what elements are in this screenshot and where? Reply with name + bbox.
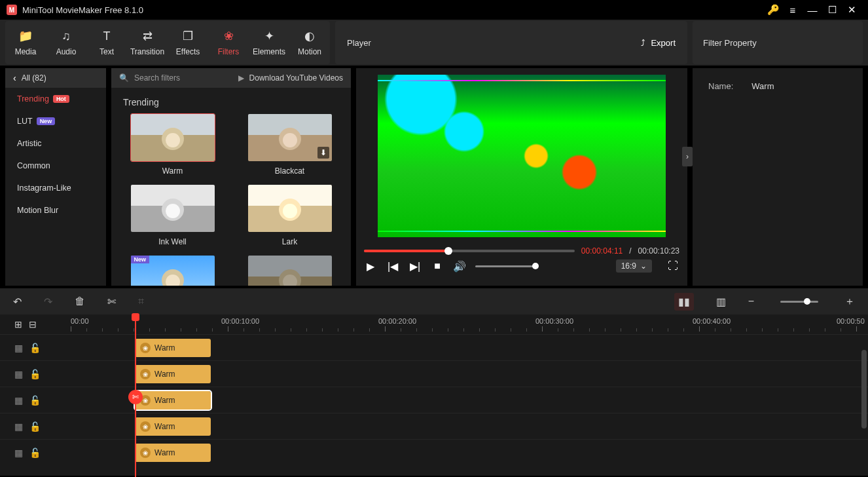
elements-icon: ✦ xyxy=(264,29,274,43)
track-head[interactable]: ▦🔓 xyxy=(0,439,59,465)
filter-thumb-item[interactable]: New xyxy=(123,256,222,286)
badge-hot: Hot xyxy=(53,95,69,103)
key-icon[interactable]: 🔑 xyxy=(763,4,783,16)
category-common[interactable]: Common xyxy=(5,155,106,177)
timeline-toolbar: ↶ ↷ 🗑 ✄ ⌗ ▮▮ ▥ − ＋ xyxy=(0,288,868,315)
download-youtube-link[interactable]: Download YouTube Videos xyxy=(249,73,343,83)
category-instagram-like[interactable]: Instagram-Like xyxy=(5,177,106,199)
export-button[interactable]: ⤴ Export xyxy=(641,38,676,48)
search-input[interactable]: Search filters xyxy=(134,73,180,83)
clip-warm[interactable]: ❀Warm xyxy=(135,339,211,357)
category-motion-blur[interactable]: Motion Blur xyxy=(5,199,106,221)
app-title: MiniTool MovieMaker Free 8.1.0 xyxy=(22,5,143,15)
panel-collapse-handle[interactable]: › xyxy=(682,147,693,166)
track-lane[interactable]: ❀Warm xyxy=(59,413,868,439)
remove-track-button[interactable]: ⊟ xyxy=(29,319,37,330)
audio-icon: ♫ xyxy=(62,29,71,43)
ruler-mark: 00:00 xyxy=(71,317,89,325)
tab-motion[interactable]: ◐Motion xyxy=(289,21,330,64)
filter-thumb-lark[interactable]: Lark xyxy=(240,185,339,246)
clip-warm[interactable]: ❀Warm xyxy=(135,417,211,436)
player-header: Player ⤴ Export xyxy=(335,21,687,64)
volume-slider[interactable] xyxy=(475,265,535,267)
tab-filters[interactable]: ❀Filters xyxy=(208,21,249,64)
vertical-scrollbar[interactable] xyxy=(861,350,867,429)
timeline-ruler[interactable]: 00:0000:00:10:0000:00:20:0000:00:30:0000… xyxy=(59,315,868,334)
tab-audio[interactable]: ♫Audio xyxy=(46,21,86,64)
track-head[interactable]: ▦🔓 xyxy=(0,387,59,413)
badge-new: New xyxy=(37,117,56,125)
lock-icon[interactable]: 🔓 xyxy=(29,395,41,406)
category-header-label: All (82) xyxy=(22,73,46,83)
tab-transition[interactable]: ⇄Transition xyxy=(127,21,168,64)
tab-effects[interactable]: ❐Effects xyxy=(168,21,208,64)
prev-frame-button[interactable]: |◀ xyxy=(386,260,399,273)
progress-bar[interactable]: 00:00:04:11 / 00:00:10:23 xyxy=(364,246,679,256)
track-head[interactable]: ▦🔓 xyxy=(0,413,59,439)
zoom-in-button[interactable]: ＋ xyxy=(844,295,855,309)
zoom-out-button[interactable]: − xyxy=(748,296,754,307)
snap-toggle[interactable]: ▮▮ xyxy=(674,293,694,311)
track-align-button[interactable]: ▥ xyxy=(716,296,726,308)
crop-button[interactable]: ⌗ xyxy=(138,296,144,307)
filter-thumb-blackcat[interactable]: ⬇Blackcat xyxy=(240,114,339,176)
track-head[interactable]: ▦🔓 xyxy=(0,334,59,360)
track-lane[interactable]: ✄❀Warm xyxy=(59,387,868,413)
property-header: Filter Property xyxy=(693,21,863,64)
clip-warm[interactable]: ❀Warm xyxy=(135,444,211,462)
chevron-down-icon: ⌄ xyxy=(640,261,647,271)
ruler-mark: 00:00:20:00 xyxy=(378,317,416,325)
preview-video[interactable] xyxy=(378,75,666,237)
split-button[interactable]: ✄ xyxy=(107,296,116,308)
lock-icon[interactable]: 🔓 xyxy=(29,421,41,432)
transition-icon: ⇄ xyxy=(143,29,153,43)
filmstrip-icon: ▦ xyxy=(14,448,23,458)
zoom-slider[interactable] xyxy=(780,301,818,303)
filter-thumb-item[interactable] xyxy=(240,256,339,286)
filter-thumb-ink-well[interactable]: Ink Well xyxy=(123,185,222,246)
maximize-button[interactable]: ☐ xyxy=(822,4,842,16)
lock-icon[interactable]: 🔓 xyxy=(29,343,41,353)
category-lut[interactable]: LUTNew xyxy=(5,110,106,132)
undo-button[interactable]: ↶ xyxy=(13,296,22,308)
filter-thumb-warm[interactable]: Warm xyxy=(123,114,222,176)
search-row: 🔍 Search filters ▶ Download YouTube Vide… xyxy=(111,68,351,88)
category-artistic[interactable]: Artistic xyxy=(5,132,106,155)
minimize-button[interactable]: — xyxy=(803,5,822,16)
prop-name-value: Warm xyxy=(751,81,774,91)
title-bar: M MiniTool MovieMaker Free 8.1.0 🔑 ≡ — ☐… xyxy=(0,0,868,20)
filter-grid-panel: 🔍 Search filters ▶ Download YouTube Vide… xyxy=(111,68,351,286)
track-head[interactable]: ▦🔓 xyxy=(0,360,59,387)
stop-button[interactable]: ■ xyxy=(431,260,444,272)
aspect-ratio-select[interactable]: 16:9 ⌄ xyxy=(616,259,652,273)
redo-button[interactable]: ↷ xyxy=(44,296,52,308)
text-icon: T xyxy=(103,29,111,43)
play-button[interactable]: ▶ xyxy=(364,260,377,273)
next-frame-button[interactable]: ▶| xyxy=(408,260,422,273)
tab-text[interactable]: TText xyxy=(86,21,127,64)
lock-icon[interactable]: 🔓 xyxy=(29,448,41,458)
tab-media[interactable]: 📁Media xyxy=(5,21,46,64)
close-button[interactable]: ✕ xyxy=(842,4,861,16)
filmstrip-icon: ▦ xyxy=(14,421,23,432)
search-icon[interactable]: 🔍 xyxy=(119,73,129,83)
clip-warm[interactable]: ❀Warm xyxy=(135,391,211,410)
track-lane[interactable]: ❀Warm xyxy=(59,360,868,387)
time-total: 00:00:10:23 xyxy=(638,246,679,256)
fullscreen-button[interactable]: ⛶ xyxy=(666,260,679,272)
hamburger-menu-icon[interactable]: ≡ xyxy=(783,5,803,16)
download-icon[interactable]: ⬇ xyxy=(317,147,329,159)
youtube-icon[interactable]: ▶ xyxy=(238,73,244,83)
track-lane[interactable]: ❀Warm xyxy=(59,439,868,465)
delete-button[interactable]: 🗑 xyxy=(75,296,85,307)
lock-icon[interactable]: 🔓 xyxy=(29,369,41,379)
app-logo-icon: M xyxy=(7,5,17,15)
cut-marker-icon[interactable]: ✄ xyxy=(128,390,143,404)
volume-icon[interactable]: 🔊 xyxy=(453,260,466,273)
category-header[interactable]: All (82) xyxy=(5,68,106,88)
clip-warm[interactable]: ❀Warm xyxy=(135,365,211,383)
add-track-button[interactable]: ⊞ xyxy=(14,319,22,330)
tab-elements[interactable]: ✦Elements xyxy=(249,21,289,64)
category-trending[interactable]: TrendingHot xyxy=(5,88,106,110)
track-lane[interactable]: ❀Warm xyxy=(59,334,868,360)
